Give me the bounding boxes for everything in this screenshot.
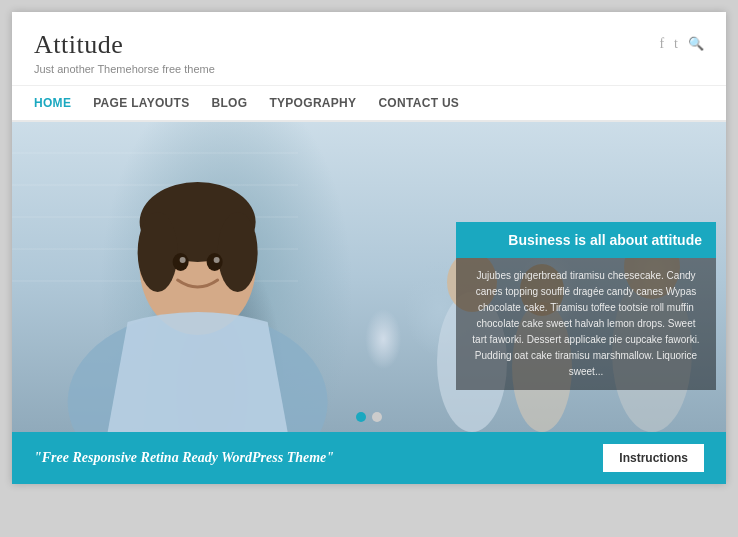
hero-overlay-title: Business is all about attitude — [456, 222, 716, 258]
hero-text-overlay: Business is all about attitude Jujubes g… — [456, 222, 716, 390]
instructions-button[interactable]: Instructions — [603, 444, 704, 472]
footer-strip: "Free Responsive Retina Ready WordPress … — [12, 432, 726, 484]
hero-overlay-body: Jujubes gingerbread tiramisu cheesecake.… — [456, 258, 716, 390]
slider-dot-1[interactable] — [356, 412, 366, 422]
slider-dot-2[interactable] — [372, 412, 382, 422]
search-icon[interactable]: 🔍 — [688, 36, 704, 52]
nav-item-page-layouts[interactable]: PAGE LAYOUTS — [93, 86, 201, 120]
facebook-icon[interactable]: f — [659, 36, 664, 52]
hero-slider: Business is all about attitude Jujubes g… — [12, 122, 726, 432]
nav-item-blog[interactable]: BLOG — [212, 86, 260, 120]
site-tagline: Just another Themehorse free theme — [34, 63, 215, 75]
header-social-icons: f t 🔍 — [659, 36, 704, 52]
nav-item-home[interactable]: HOME — [34, 86, 83, 120]
site-title: Attitude — [34, 30, 215, 60]
main-nav: HOME PAGE LAYOUTS BLOG TYPOGRAPHY CONTAC… — [12, 86, 726, 122]
slider-dots — [356, 412, 382, 422]
nav-item-contact-us[interactable]: CONTACT US — [378, 86, 471, 120]
twitter-icon[interactable]: t — [674, 36, 678, 52]
nav-item-typography[interactable]: TYPOGRAPHY — [269, 86, 368, 120]
site-branding: Attitude Just another Themehorse free th… — [34, 30, 215, 75]
site-header: Attitude Just another Themehorse free th… — [12, 12, 726, 86]
page-wrapper: Attitude Just another Themehorse free th… — [12, 12, 726, 484]
footer-promo-text: "Free Responsive Retina Ready WordPress … — [34, 450, 334, 466]
